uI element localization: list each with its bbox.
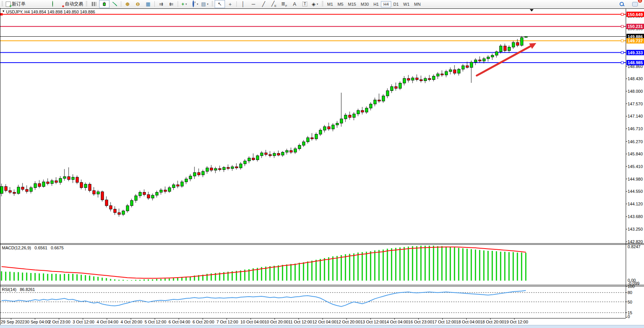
price-tick: 142.820 (628, 239, 643, 244)
hline-handle[interactable] (621, 13, 623, 16)
price-tick: 145.840 (628, 152, 643, 156)
time-axis-label: 30 Sep 04:00 (25, 320, 50, 324)
time-axis-label: 6 Oct 04:00 (169, 320, 190, 324)
price-tick: 146.710 (628, 126, 643, 131)
price-tick: 146.270 (628, 139, 643, 144)
price-tick: 148.000 (628, 89, 643, 94)
price-tick: 143.680 (628, 214, 643, 219)
time-axis-label: 4 Oct 20:00 (120, 320, 142, 324)
svg-text:150.649: 150.649 (628, 12, 643, 17)
hline-handle[interactable] (621, 61, 623, 64)
chart-canvas[interactable]: 150.590150.160148.860148.430148.000147.5… (0, 0, 644, 328)
chart-menu-caret-icon[interactable]: ▼ (2, 10, 5, 13)
macd-signal-value: 0.6675 (51, 246, 64, 250)
svg-text:148.985: 148.985 (628, 60, 643, 65)
price-tick: 144.980 (628, 177, 643, 181)
price-tick: 147.570 (628, 102, 643, 106)
time-axis-label: 13 Oct 12:00 (360, 320, 384, 324)
metatrader-window: 新订单 自动交易 ⊕ ⊖ ▦ ⇉ ⇉ +▼ ▼ ▤▼ ↖ ＋ │ ─ ╱ ╱E … (0, 0, 644, 328)
macd-indicator-label: MACD(12,26,9) 0.6561 0.6675 (2, 246, 64, 250)
price-tick: 145.410 (628, 164, 643, 169)
time-axis-label: 3 Oct 12:00 (73, 320, 95, 324)
time-axis-label: 2 Oct 23:00 (49, 320, 71, 324)
rsi-axis-label: 50 (628, 300, 632, 304)
rsi-axis-label: 0 (628, 314, 630, 319)
price-tick: 148.430 (628, 76, 643, 81)
hline-handle[interactable] (621, 40, 623, 42)
price-tick: 144.550 (628, 189, 643, 194)
hline-handle[interactable] (621, 52, 623, 54)
svg-text:149.333: 149.333 (628, 50, 643, 55)
time-axis-label: 14 Oct 04:00 (384, 320, 408, 324)
svg-text:149.737: 149.737 (628, 39, 643, 43)
time-axis-label: 11 Oct 12:00 (288, 320, 312, 324)
time-axis-label: 5 Oct 12:00 (145, 320, 166, 324)
macd-axis-label: 0.8247 (628, 244, 641, 249)
price-tick: 147.140 (628, 114, 643, 118)
time-axis-label: 18 Oct 04:00 (456, 320, 480, 324)
price-tick: 144.120 (628, 202, 643, 206)
time-axis-label: 10 Oct 20:00 (264, 320, 288, 324)
time-axis-label: 19 Oct 12:00 (504, 320, 528, 324)
time-axis-label: 12 Oct 20:00 (336, 320, 360, 324)
time-axis-label: 10 Oct 04:00 (241, 320, 265, 324)
time-axis-label: 18 Oct 20:00 (480, 320, 504, 324)
svg-text:150.231: 150.231 (628, 24, 643, 29)
time-axis-label: 17 Oct 12:00 (432, 320, 456, 324)
macd-name: MACD(12,26,9) (2, 246, 31, 250)
time-axis-label: 4 Oct 04:00 (96, 320, 118, 324)
chart-title: USDJPY, H4 149.854 149.898 149.850 149.8… (6, 10, 95, 14)
svg-text:149.886: 149.886 (628, 34, 643, 39)
time-axis-label: 6 Oct 20:00 (193, 320, 214, 324)
price-tick: 143.250 (628, 227, 643, 231)
status-bar (0, 325, 644, 328)
time-axis-label: 29 Sep 2022 (1, 320, 24, 324)
hline-handle[interactable] (621, 25, 623, 27)
rsi-name: RSI(14) (2, 287, 16, 292)
time-axis-label: 12 Oct 04:00 (312, 320, 336, 324)
time-axis-label: 7 Oct 12:00 (217, 320, 238, 324)
rsi-axis-label: 80 (628, 290, 632, 295)
hline-handle[interactable] (0, 13, 3, 16)
rsi-value: 86.8261 (20, 287, 35, 292)
rsi-axis-label: 100 (628, 284, 634, 289)
time-axis-label: 16 Oct 23:00 (408, 320, 432, 324)
rsi-indicator-label: RSI(14) 86.8261 (2, 287, 35, 292)
macd-value: 0.6561 (34, 246, 47, 250)
